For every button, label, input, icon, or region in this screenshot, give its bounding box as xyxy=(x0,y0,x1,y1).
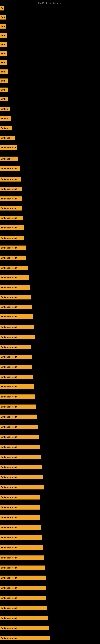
bar-label: Bottleneck result xyxy=(1,536,17,539)
bar-fill: Bo xyxy=(0,6,3,10)
bar-item: Bottleneck result xyxy=(0,586,46,590)
bar-item: Bott xyxy=(0,24,6,28)
bar-item: Bottleneck result xyxy=(0,394,35,399)
bar-item: Bottleneck result xyxy=(0,576,46,580)
bar-label: Bottleneck result xyxy=(1,178,17,180)
bar-label: Bottl xyxy=(1,89,5,91)
bar-label: Bottleneck result xyxy=(1,237,17,239)
bar-label: Bottleneck result xyxy=(1,326,17,328)
bar-fill: Bott xyxy=(0,51,7,56)
bar-fill: Bottleneck result xyxy=(0,525,41,530)
bar-fill: Bott xyxy=(0,42,7,47)
bar-item: Bottleneck result xyxy=(0,596,47,600)
bar-item: Bottleneck result xyxy=(0,455,41,459)
bar-fill: Bottleneck result xyxy=(0,196,22,201)
bar-label: Bottleneck result xyxy=(1,276,17,279)
bar-item: Bottlen xyxy=(0,107,10,111)
bar-fill: Bottleneck result xyxy=(0,365,32,369)
bar-label: Bottleneck re xyxy=(1,158,13,160)
bar-fill: Bott xyxy=(0,60,7,65)
bar-label: Bottleneck result xyxy=(1,366,17,368)
bar-fill: Bottleneck result xyxy=(0,596,47,600)
bar-fill: Bottleneck result xyxy=(0,177,21,182)
bar-label: Bottleneck result xyxy=(1,416,17,418)
bar-item: Bottleneck result xyxy=(0,535,42,540)
bar-label: Bott xyxy=(1,80,5,82)
bar-fill: Bottleneck result xyxy=(0,606,47,610)
bar-fill: Bottleneck result xyxy=(0,535,42,540)
bar-fill: Bottlen xyxy=(0,107,10,111)
bar-label: Bottleneck result xyxy=(1,597,17,599)
bar-label: Bottleneck resu xyxy=(1,146,16,149)
bar-label: Bottleneck resu xyxy=(1,207,16,210)
bar-label: Bottleneck result xyxy=(1,188,17,190)
bar-item: Bottleneck result xyxy=(0,314,33,319)
bar-item: Bott xyxy=(0,51,7,56)
bar-fill: Bottleneck result xyxy=(0,266,28,270)
bar-item: Bottleneck result xyxy=(0,384,34,389)
bar-label: Bottleneck result xyxy=(1,286,17,289)
bar-label: Bottleneck result xyxy=(1,316,17,318)
bar-label: Bottleneck result xyxy=(1,526,17,529)
bar-item: Bottleneck result xyxy=(0,166,20,171)
bar-label: Bott xyxy=(1,52,5,55)
bar-label: Bottleneck result xyxy=(1,506,17,508)
bar-item: Bottleneck result xyxy=(0,435,39,439)
bar-fill: Bottleneck result xyxy=(0,586,46,590)
bar-item: Bottleneck result xyxy=(0,404,36,409)
bar-fill: Bottleneck result xyxy=(0,505,40,510)
bar-label: Bottleneck result xyxy=(1,456,17,458)
bar-label: Bottleneck result xyxy=(1,406,17,408)
bar-item: Bottleneck result xyxy=(0,266,28,270)
bar-fill: Bottleneck result xyxy=(0,285,30,290)
bar-item: Bottleneck result xyxy=(0,226,24,230)
bar-fill: Bottleneck re xyxy=(0,156,18,161)
bar-fill: Bottleneck result xyxy=(0,345,31,349)
bar-fill: Bottleneck result xyxy=(0,636,50,640)
bar-label: Bott xyxy=(1,16,5,18)
bar-fill: Bottleneck result xyxy=(0,576,46,580)
bar-item: Bott xyxy=(0,15,6,20)
bar-fill: Bott xyxy=(0,70,8,74)
bar-label: Bottleneck result xyxy=(1,577,17,579)
bar-fill: Bottleneck result xyxy=(0,566,45,570)
bar-item: Bottleneck result xyxy=(0,335,35,339)
bar-fill: Bottleneck result xyxy=(0,556,44,560)
bar-fill: Bottleneck result xyxy=(0,354,32,359)
bar-label: Bo xyxy=(1,7,3,10)
bar-fill: Bottl xyxy=(0,88,8,92)
bar-fill: Bottleneck result xyxy=(0,455,41,459)
bar-item: Bottleneck result xyxy=(0,626,49,630)
bar-fill: Bottleneck result xyxy=(0,166,20,171)
bar-label: Bottleneck result xyxy=(1,306,17,308)
bar-item: Bottleneck result xyxy=(0,556,44,560)
bar-label: Bottleneck result xyxy=(1,546,17,549)
bar-label: Bottleneck result xyxy=(1,168,17,170)
bar-item: Bottleneck result xyxy=(0,636,50,640)
bar-item: Bottleneck result xyxy=(0,236,24,240)
bar-fill: Bottleneck result xyxy=(0,626,49,630)
bar-fill: Bottleneck result xyxy=(0,275,29,280)
bar-fill: Bottleneck result xyxy=(0,226,24,230)
bar-label: Bottlene xyxy=(1,127,9,130)
bar-fill: Bottleneck resu xyxy=(0,206,22,210)
bar-label: Bottleneck result xyxy=(1,466,17,468)
bar-item: Bottleneck result xyxy=(0,285,30,290)
bar-fill: Bottleneck result xyxy=(0,475,43,480)
bar-label: Bottleneck result xyxy=(1,267,17,269)
bar-fill: Bottleneck result xyxy=(0,246,26,250)
bar-item: Bottleneck result xyxy=(0,325,34,329)
bar-item: Bottleneck r xyxy=(0,136,15,140)
bar-item: Bott xyxy=(0,33,7,38)
bar-fill: Bottleneck result xyxy=(0,495,40,500)
bar-item: Bottleneck result xyxy=(0,365,32,369)
bar-fill: Bottleneck result xyxy=(0,445,40,449)
bar-fill: Bottleneck result xyxy=(0,485,44,490)
bar-label: Bottlen xyxy=(1,108,8,110)
bar-label: Bottleneck result xyxy=(1,446,17,448)
bar-label: Bottleneck result xyxy=(1,516,17,518)
bar-item: Bottleneck result xyxy=(0,305,32,309)
bar-item: Bottlen xyxy=(0,116,11,121)
bar-label: Bottleneck result xyxy=(1,396,17,398)
bar-fill: Bottleneck result xyxy=(0,295,31,300)
